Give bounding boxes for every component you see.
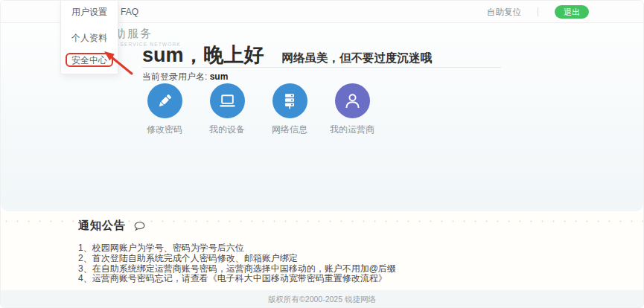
self-reset-link[interactable]: 自助复位	[487, 1, 521, 23]
laptop-icon	[210, 83, 245, 118]
action-label: 网络信息	[272, 123, 307, 136]
menu-user-settings[interactable]: 用户设置	[61, 1, 118, 23]
logout-button[interactable]: 退出	[555, 5, 589, 19]
action-change-password[interactable]: 修改密码	[133, 83, 196, 136]
current-username: sum	[210, 71, 229, 82]
action-my-devices[interactable]: 我的设备	[196, 83, 258, 136]
action-label: 修改密码	[147, 123, 182, 136]
notice-item: 1、校园网账户为学号、密码为学号后六位	[78, 243, 396, 254]
notice-title: 通知公告	[78, 219, 126, 233]
pencil-icon	[147, 83, 182, 118]
greeting-row: sum，晚上好网络虽美，但不要过度沉迷哦	[142, 42, 432, 68]
menu-item-security-center[interactable]: 安全中心	[66, 53, 113, 67]
self-service-portal-window: FAQ 自助复位 退出 自助服务 SELF-SERVICE NETWORK su…	[0, 0, 644, 308]
action-network-info[interactable]: 网络信息	[258, 83, 321, 136]
greeting-tip: 网络虽美，但不要过度沉迷哦	[282, 51, 433, 64]
greeting-divider	[142, 67, 501, 68]
server-icon	[272, 83, 307, 118]
user-icon	[335, 83, 370, 118]
copyright-text: 版权所有©2000-2025 锐捷网络	[268, 295, 376, 305]
notice-section: 通知公告 1、校园网账户为学号、密码为学号后六位 2、首次登陆自助系统完成个人密…	[1, 211, 643, 290]
action-my-carrier[interactable]: 我的运营商	[321, 83, 383, 136]
current-user-line: 当前登录用户名: sum	[142, 71, 228, 83]
speech-bubble-icon	[133, 221, 146, 231]
topbar-divider	[538, 7, 538, 16]
action-label: 我的设备	[209, 123, 245, 136]
notice-item: 3、在自助系统绑定运营商账号密码，运营商选择中国移动的，账户不用加@后缀	[78, 264, 396, 275]
notice-list: 1、校园网账户为学号、密码为学号后六位 2、首次登陆自助系统完成个人密码修改、邮…	[78, 243, 396, 284]
notice-item: 4、运营商账号密码忘记，请查看《电子科大中国移动宽带密码重置修改流程》	[78, 274, 396, 284]
notice-item: 2、首次登陆自助系统完成个人密码修改、邮箱账户绑定	[78, 254, 396, 264]
menu-item-profile[interactable]: 个人资料	[61, 29, 118, 47]
action-label: 我的运营商	[330, 123, 374, 136]
user-settings-dropdown: 用户设置 个人资料 安全中心	[60, 1, 118, 74]
footer: 版权所有©2000-2025 锐捷网络	[1, 290, 643, 308]
quick-actions-row: 修改密码 我的设备	[133, 83, 383, 136]
greeting-text: sum，晚上好	[142, 44, 264, 66]
